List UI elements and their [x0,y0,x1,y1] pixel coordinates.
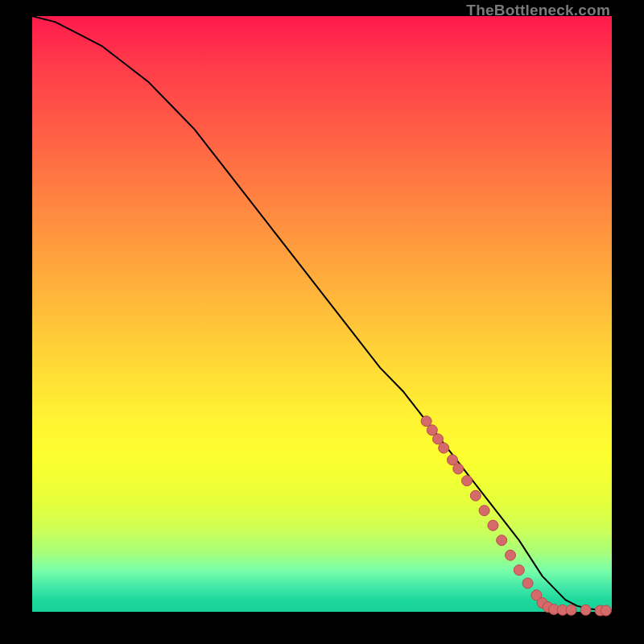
bottleneck-curve [32,16,612,611]
marker-point [439,443,449,453]
curve-svg [32,16,612,612]
marker-point [488,520,498,530]
marker-point [453,464,464,474]
chart-container: TheBottleneck.com [0,0,644,644]
marker-point [427,425,437,436]
marker-point [580,605,591,615]
marker-point [506,550,516,560]
marker-point [514,565,524,576]
highlight-markers [421,416,611,616]
marker-point [522,578,533,588]
marker-point [421,416,431,427]
marker-point [470,490,481,501]
marker-point [448,455,458,465]
marker-point [497,535,507,546]
marker-point [433,434,444,444]
plot-area [32,16,612,612]
marker-point [479,506,489,516]
marker-point [462,476,473,486]
marker-point [601,605,611,616]
marker-point [566,605,576,615]
